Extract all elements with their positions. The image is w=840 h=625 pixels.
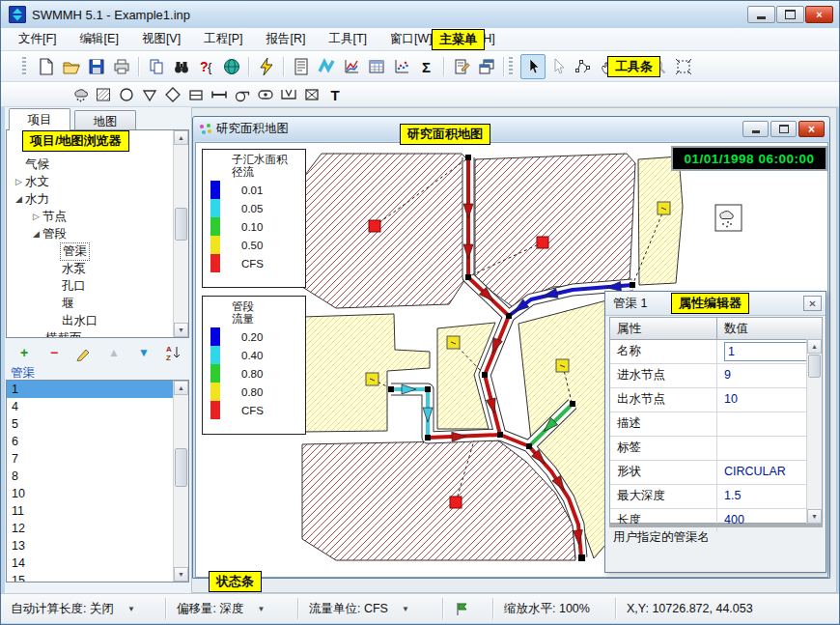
- list-item[interactable]: 13: [7, 537, 188, 554]
- browse-button[interactable]: [219, 54, 244, 79]
- pump-tool[interactable]: [231, 85, 254, 104]
- map-restore-button[interactable]: [770, 121, 797, 137]
- tab-project[interactable]: 项目: [9, 108, 70, 130]
- property-editor-close-button[interactable]: ✕: [803, 296, 822, 311]
- print-button[interactable]: [109, 54, 134, 79]
- scroll-down-icon[interactable]: ▼: [174, 567, 188, 582]
- scroll-up-icon[interactable]: ▲: [807, 339, 822, 354]
- scrollbar-thumb[interactable]: [175, 208, 187, 241]
- legend-subcatchment-runoff[interactable]: 子汇水面积 径流 0.01 0.05 0.10 0.: [202, 149, 306, 288]
- scroll-up-icon[interactable]: ▲: [174, 130, 188, 145]
- collapsed-icon[interactable]: ▷: [30, 212, 42, 221]
- run-button[interactable]: [254, 54, 279, 79]
- move-down-button[interactable]: ▼: [133, 343, 154, 362]
- toolbar-grip[interactable]: [22, 57, 26, 76]
- tree-item-links[interactable]: ◢管段: [7, 225, 188, 242]
- profile-plot-button[interactable]: [314, 54, 339, 79]
- tree-item-hydrology[interactable]: ▷水文: [7, 173, 188, 190]
- tree-item-nodes[interactable]: ▷节点: [7, 208, 188, 225]
- scrollbar-thumb[interactable]: [175, 448, 187, 487]
- tree-scrollbar[interactable]: ▲ ▼: [173, 130, 188, 337]
- junction-tool[interactable]: [115, 85, 138, 104]
- menu-report[interactable]: 报告[R]: [256, 28, 315, 50]
- query-button[interactable]: ?{: [194, 54, 219, 79]
- tree-item-weirs[interactable]: 堰: [7, 295, 188, 312]
- tree-item-climatology[interactable]: 气候: [7, 156, 188, 173]
- flow-units-dropdown[interactable]: 流量单位: CFS▼: [299, 594, 442, 623]
- storage-tool[interactable]: [184, 85, 208, 104]
- sort-button[interactable]: AZ: [163, 343, 184, 362]
- title-bar[interactable]: SWMMH 5.1 - Example1.inp ×: [1, 1, 840, 28]
- add-object-button[interactable]: +: [14, 343, 35, 362]
- tree-item-orifices[interactable]: 孔口: [7, 277, 188, 295]
- outlet-tool[interactable]: [300, 85, 323, 104]
- table-button[interactable]: [364, 54, 389, 79]
- tree-item-transects[interactable]: 横截面: [7, 329, 188, 338]
- menu-tools[interactable]: 工具[T]: [319, 28, 377, 50]
- tree-item-pumps[interactable]: 水泵: [7, 260, 188, 277]
- full-extent-button[interactable]: [671, 54, 696, 79]
- find-button[interactable]: [169, 54, 194, 79]
- outfall-tool[interactable]: [138, 85, 161, 104]
- minimize-button[interactable]: [747, 6, 775, 23]
- tree-item-hydraulics[interactable]: ◢水力: [7, 190, 188, 208]
- conduit-tool[interactable]: [208, 85, 231, 104]
- cascade-windows-button[interactable]: [474, 54, 499, 79]
- properties-button[interactable]: [449, 54, 474, 79]
- list-item[interactable]: 11: [7, 502, 188, 520]
- move-up-button[interactable]: ▲: [103, 343, 125, 362]
- menu-edit[interactable]: 编辑[E]: [70, 28, 128, 50]
- list-item[interactable]: 8: [7, 468, 188, 485]
- legend-link-flow[interactable]: 管段 流量 0.20 0.40 0.80 0.80: [202, 296, 306, 435]
- property-scrollbar[interactable]: ▲ ▼: [806, 339, 822, 524]
- menu-view[interactable]: 视图[V]: [132, 28, 190, 50]
- toolbar-grip[interactable]: [509, 57, 513, 76]
- scroll-down-icon[interactable]: ▼: [807, 509, 822, 524]
- map-minimize-button[interactable]: [742, 121, 769, 137]
- expanded-icon[interactable]: ◢: [30, 229, 42, 239]
- statistics-button[interactable]: Σ: [414, 54, 439, 79]
- tree-item-outlets[interactable]: 出水口: [7, 312, 188, 329]
- scroll-down-icon[interactable]: ▼: [174, 323, 188, 337]
- report-button[interactable]: [289, 54, 314, 79]
- copy-button[interactable]: [144, 54, 169, 79]
- list-item[interactable]: 14: [7, 554, 188, 572]
- save-button[interactable]: [84, 54, 109, 79]
- select-object-button[interactable]: [520, 54, 546, 79]
- orifice-tool[interactable]: [254, 85, 277, 104]
- scroll-up-icon[interactable]: ▲: [174, 381, 188, 395]
- rain-gage-marker[interactable]: [715, 205, 742, 231]
- close-button[interactable]: ×: [805, 6, 833, 23]
- menu-project[interactable]: 工程[P]: [194, 28, 252, 50]
- tree-item-conduits[interactable]: 管渠: [7, 242, 188, 260]
- list-item[interactable]: 1: [7, 381, 188, 398]
- new-button[interactable]: [34, 54, 59, 79]
- open-button[interactable]: [59, 54, 84, 79]
- list-scrollbar[interactable]: ▲ ▼: [173, 381, 188, 582]
- edit-object-button[interactable]: [73, 343, 95, 362]
- list-item[interactable]: 10: [7, 485, 188, 502]
- menu-file[interactable]: 文件[F]: [9, 28, 67, 50]
- scrollbar-thumb[interactable]: [808, 355, 821, 378]
- weir-tool[interactable]: [277, 85, 300, 104]
- rain-gage-tool[interactable]: [69, 85, 92, 104]
- divider-tool[interactable]: [161, 85, 184, 104]
- map-close-button[interactable]: ×: [798, 121, 825, 137]
- tab-map[interactable]: 地图: [74, 110, 136, 129]
- maximize-button[interactable]: [776, 6, 804, 23]
- list-item[interactable]: 7: [7, 450, 188, 468]
- list-item[interactable]: 4: [7, 398, 188, 415]
- map-title-bar[interactable]: 研究面积地图 ×: [193, 117, 829, 141]
- list-item[interactable]: 12: [7, 520, 188, 537]
- subcatchment-tool[interactable]: [92, 85, 115, 104]
- select-region-button[interactable]: [571, 54, 596, 79]
- expanded-icon[interactable]: ◢: [13, 194, 25, 204]
- label-tool[interactable]: T: [323, 85, 347, 104]
- list-item[interactable]: 6: [7, 433, 188, 450]
- name-field[interactable]: [724, 342, 813, 361]
- offsets-dropdown[interactable]: 偏移量: 深度▼: [167, 594, 297, 623]
- scatter-plot-button[interactable]: [389, 54, 414, 79]
- time-series-plot-button[interactable]: [339, 54, 364, 79]
- auto-length-dropdown[interactable]: 自动计算长度: 关闭▼: [1, 594, 165, 623]
- delete-object-button[interactable]: −: [43, 343, 65, 362]
